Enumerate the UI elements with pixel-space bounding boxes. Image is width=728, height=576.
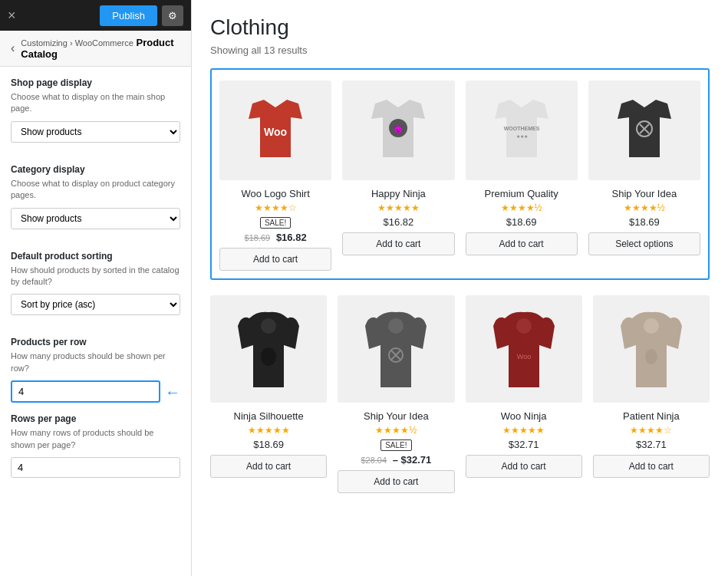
add-to-cart-button[interactable]: Add to cart bbox=[342, 232, 454, 255]
shop-page-display-section: Shop page display Choose what to display… bbox=[11, 77, 180, 153]
svg-point-18 bbox=[516, 318, 532, 334]
breadcrumb-parent: Customizing › WooCommerce bbox=[21, 38, 133, 48]
price-regular: $18.69 bbox=[588, 216, 700, 228]
product-image-wrap: Woo bbox=[466, 295, 582, 403]
sale-badge: SALE! bbox=[260, 217, 291, 229]
category-display-select[interactable]: Show products Show categories Show categ… bbox=[11, 208, 180, 229]
price-regular: $16.82 bbox=[342, 216, 454, 228]
list-item: Ninja Silhouette ★★★★★ $18.69 Add to car… bbox=[210, 295, 327, 493]
price-sale: – $32.71 bbox=[393, 454, 432, 466]
products-per-row-section: Products per row How many products shoul… bbox=[11, 337, 180, 403]
list-item: Ship Your Idea ★★★★½ SALE! $28.04 – $32.… bbox=[338, 295, 454, 493]
select-options-button[interactable]: Select options bbox=[588, 232, 700, 255]
product-image bbox=[617, 303, 686, 395]
product-stars: ★★★★½ bbox=[588, 202, 700, 213]
product-name: Ship Your Idea bbox=[338, 410, 454, 422]
product-name: Ship Your Idea bbox=[588, 188, 700, 199]
list-item: WOOTHEMES ★★★ Premium Quality ★★★★½ $18.… bbox=[466, 81, 578, 271]
product-image bbox=[234, 303, 303, 395]
product-image-wrap bbox=[593, 295, 710, 403]
shop-page-display-desc: Choose what to display on the main shop … bbox=[11, 91, 180, 115]
category-display-desc: Choose what to display on product catego… bbox=[11, 178, 180, 202]
price-original: $28.04 bbox=[361, 456, 387, 465]
product-stars: ★★★★★ bbox=[466, 425, 582, 436]
header-actions: Publish ⚙ bbox=[100, 5, 183, 26]
sale-badge: SALE! bbox=[380, 439, 411, 451]
add-to-cart-button[interactable]: Add to cart bbox=[593, 455, 710, 478]
price-regular: $18.69 bbox=[210, 439, 327, 450]
breadcrumb: Customizing › WooCommerce Product Catalo… bbox=[21, 37, 180, 60]
products-per-row-desc: How many products should be shown per ro… bbox=[11, 351, 180, 374]
category-display-section: Category display Choose what to display … bbox=[11, 164, 180, 240]
products-per-row-arrow-wrap: ← bbox=[11, 380, 180, 403]
rows-per-page-desc: How many rows of products should be show… bbox=[11, 427, 180, 451]
product-image: Woo bbox=[241, 88, 310, 173]
back-arrow-icon[interactable]: ‹ bbox=[11, 41, 15, 55]
product-name: Ninja Silhouette bbox=[210, 410, 327, 422]
default-sorting-title: Default product sorting bbox=[11, 251, 180, 262]
svg-text:★★★: ★★★ bbox=[516, 134, 527, 139]
shop-page-display-title: Shop page display bbox=[11, 77, 180, 88]
list-item: 😈 Happy Ninja ★★★★★ $16.82 Add to cart bbox=[342, 81, 454, 271]
product-image-wrap bbox=[338, 295, 454, 403]
svg-point-21 bbox=[645, 349, 657, 364]
product-image-wrap: WOOTHEMES ★★★ bbox=[466, 81, 578, 180]
product-row-2: Ninja Silhouette ★★★★★ $18.69 Add to car… bbox=[210, 295, 710, 493]
svg-point-14 bbox=[388, 318, 404, 334]
svg-text:WOOTHEMES: WOOTHEMES bbox=[503, 126, 539, 131]
publish-button[interactable]: Publish bbox=[100, 5, 157, 26]
price-sale: $16.82 bbox=[276, 232, 307, 243]
sidebar-header: × Publish ⚙ bbox=[0, 0, 191, 31]
default-sorting-section: Default product sorting How should produ… bbox=[11, 251, 180, 327]
product-image: WOOTHEMES ★★★ bbox=[487, 88, 556, 173]
category-display-title: Category display bbox=[11, 164, 180, 175]
rows-per-page-title: Rows per page bbox=[11, 413, 180, 424]
default-sorting-desc: How should products by sorted in the cat… bbox=[11, 265, 180, 288]
product-name: Woo Logo Shirt bbox=[219, 188, 331, 199]
svg-text:Woo: Woo bbox=[264, 126, 287, 138]
product-stars: ★★★★☆ bbox=[219, 202, 331, 213]
product-image-wrap: 😈 bbox=[342, 81, 454, 180]
add-to-cart-button[interactable]: Add to cart bbox=[466, 232, 578, 255]
add-to-cart-button[interactable]: Add to cart bbox=[219, 248, 331, 271]
featured-product-grid: Woo Woo Logo Shirt ★★★★☆ SALE! $18.69 $1… bbox=[210, 68, 710, 280]
product-image: Woo bbox=[489, 303, 558, 395]
rows-per-page-input[interactable] bbox=[11, 457, 180, 478]
product-stars: ★★★★★ bbox=[210, 425, 327, 436]
product-image-wrap bbox=[210, 295, 327, 403]
close-button[interactable]: × bbox=[8, 8, 16, 22]
product-image: 😈 bbox=[364, 88, 433, 173]
list-item: Ship Your Idea ★★★★½ $18.69 Select optio… bbox=[588, 81, 700, 271]
svg-text:😈: 😈 bbox=[394, 124, 404, 134]
products-per-row-title: Products per row bbox=[11, 337, 180, 347]
list-item: Woo Woo Logo Shirt ★★★★☆ SALE! $18.69 $1… bbox=[219, 81, 331, 271]
results-text: Showing all 13 results bbox=[210, 44, 710, 56]
shop-page-display-select[interactable]: Show products Show categories Show categ… bbox=[11, 121, 180, 143]
product-name: Woo Ninja bbox=[466, 410, 582, 422]
product-stars: ★★★★½ bbox=[466, 202, 578, 213]
product-name: Premium Quality bbox=[466, 188, 578, 199]
add-to-cart-button[interactable]: Add to cart bbox=[338, 470, 454, 493]
svg-point-20 bbox=[644, 318, 659, 334]
price-regular: $18.69 bbox=[466, 216, 578, 228]
add-to-cart-button[interactable]: Add to cart bbox=[210, 455, 327, 478]
add-to-cart-button[interactable]: Add to cart bbox=[466, 455, 582, 478]
sidebar: × Publish ⚙ ‹ Customizing › WooCommerce … bbox=[0, 0, 192, 576]
products-per-row-input[interactable] bbox=[11, 380, 160, 403]
rows-per-page-section: Rows per page How many rows of products … bbox=[11, 413, 180, 478]
sidebar-nav: ‹ Customizing › WooCommerce Product Cata… bbox=[0, 31, 191, 67]
default-sorting-select[interactable]: Sort by price (asc) Sort by price (desc)… bbox=[11, 294, 180, 315]
list-item: Woo Woo Ninja ★★★★★ $32.71 Add to cart bbox=[466, 295, 582, 493]
product-stars: ★★★★☆ bbox=[593, 425, 710, 436]
product-name: Happy Ninja bbox=[342, 188, 454, 199]
product-image bbox=[610, 88, 679, 173]
svg-point-13 bbox=[261, 347, 276, 366]
product-row-1: Woo Woo Logo Shirt ★★★★☆ SALE! $18.69 $1… bbox=[219, 81, 700, 271]
settings-button[interactable]: ⚙ bbox=[162, 5, 183, 26]
sidebar-body: Shop page display Choose what to display… bbox=[0, 67, 191, 576]
list-item: Patient Ninja ★★★★☆ $32.71 Add to cart bbox=[593, 295, 710, 493]
product-image bbox=[361, 303, 430, 395]
product-image-wrap bbox=[588, 81, 700, 180]
product-stars: ★★★★★ bbox=[342, 202, 454, 213]
main-content: Clothing Showing all 13 results Woo Woo … bbox=[192, 0, 728, 576]
